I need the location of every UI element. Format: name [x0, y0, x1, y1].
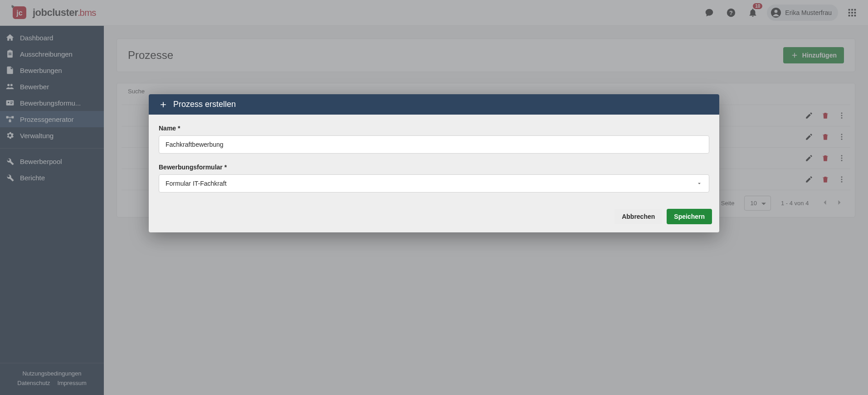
- modal-header: Prozess erstellen: [149, 94, 719, 115]
- modal-title: Prozess erstellen: [173, 100, 236, 109]
- chevron-down-icon: [696, 180, 702, 187]
- cancel-button[interactable]: Abbrechen: [614, 209, 662, 224]
- form-select[interactable]: Formular IT-Fachkraft: [159, 174, 709, 193]
- name-label: Name *: [159, 125, 709, 132]
- plus-icon: [159, 100, 168, 109]
- modal-scrim[interactable]: Prozess erstellen Name * Bewerbungsformu…: [0, 0, 868, 395]
- create-process-modal: Prozess erstellen Name * Bewerbungsformu…: [149, 94, 719, 232]
- form-select-value: Formular IT-Fachkraft: [166, 180, 227, 187]
- form-label: Bewerbungsformular *: [159, 164, 709, 171]
- name-input[interactable]: [159, 135, 709, 154]
- save-button[interactable]: Speichern: [667, 209, 712, 224]
